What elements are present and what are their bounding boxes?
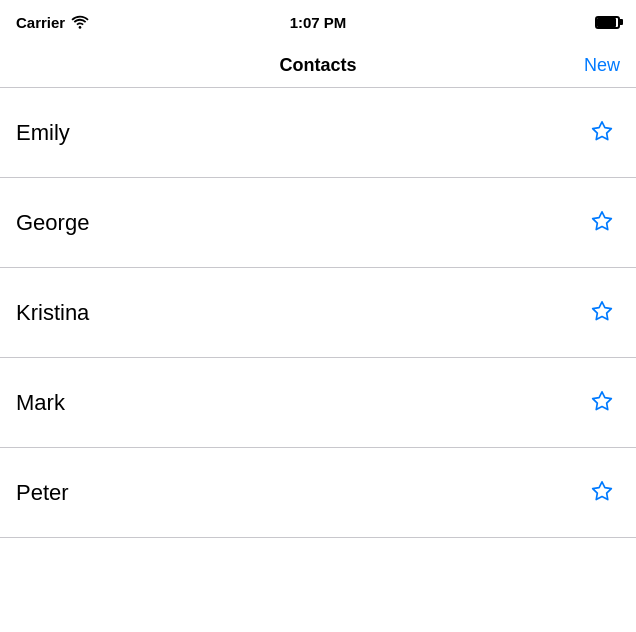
contact-item[interactable]: George xyxy=(0,178,636,268)
new-contact-button[interactable]: New xyxy=(584,55,620,76)
contact-item[interactable]: Peter xyxy=(0,448,636,538)
battery-icon xyxy=(595,16,620,29)
nav-bar: Contacts New xyxy=(0,44,636,88)
contact-item[interactable]: Mark xyxy=(0,358,636,448)
status-left: Carrier xyxy=(16,14,89,31)
contact-item[interactable]: Kristina xyxy=(0,268,636,358)
status-right xyxy=(595,16,620,29)
contact-name: Mark xyxy=(16,390,65,416)
wifi-icon xyxy=(71,15,89,29)
star-icon xyxy=(588,119,616,147)
star-button[interactable] xyxy=(584,475,620,511)
star-button[interactable] xyxy=(584,205,620,241)
contact-list: Emily George Kristina Mark Peter xyxy=(0,88,636,538)
nav-title: Contacts xyxy=(279,55,356,76)
contact-name: Kristina xyxy=(16,300,89,326)
star-icon xyxy=(588,479,616,507)
status-bar: Carrier 1:07 PM xyxy=(0,0,636,44)
contact-item[interactable]: Emily xyxy=(0,88,636,178)
star-icon xyxy=(588,299,616,327)
star-button[interactable] xyxy=(584,115,620,151)
star-icon xyxy=(588,389,616,417)
star-button[interactable] xyxy=(584,385,620,421)
carrier-label: Carrier xyxy=(16,14,65,31)
status-time: 1:07 PM xyxy=(290,14,347,31)
battery-fill xyxy=(597,18,616,27)
star-icon xyxy=(588,209,616,237)
contact-name: Peter xyxy=(16,480,69,506)
contact-name: George xyxy=(16,210,89,236)
contact-name: Emily xyxy=(16,120,70,146)
star-button[interactable] xyxy=(584,295,620,331)
